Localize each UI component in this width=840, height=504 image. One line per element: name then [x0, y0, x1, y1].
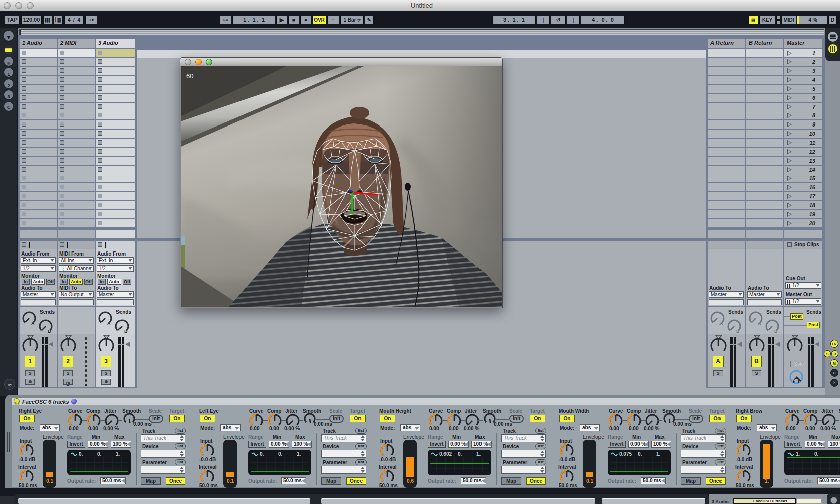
- svg-text:0.: 0.: [814, 451, 819, 457]
- svg-text:0.: 0.: [260, 451, 264, 457]
- svg-text:1.: 1.: [656, 451, 661, 457]
- svg-text:0.: 0.: [638, 451, 642, 457]
- svg-text:1.: 1.: [476, 451, 481, 457]
- svg-text:0.: 0.: [278, 451, 283, 457]
- svg-text:0.: 0.: [458, 451, 462, 457]
- svg-text:1.: 1.: [796, 451, 800, 457]
- svg-text:1.: 1.: [116, 451, 121, 457]
- svg-text:60: 60: [186, 72, 193, 80]
- svg-text:0.: 0.: [97, 451, 102, 457]
- svg-text:0.075: 0.075: [619, 451, 632, 457]
- svg-text:0.: 0.: [79, 451, 83, 457]
- svg-text:1.: 1.: [297, 451, 301, 457]
- svg-text:0.602: 0.602: [439, 451, 452, 457]
